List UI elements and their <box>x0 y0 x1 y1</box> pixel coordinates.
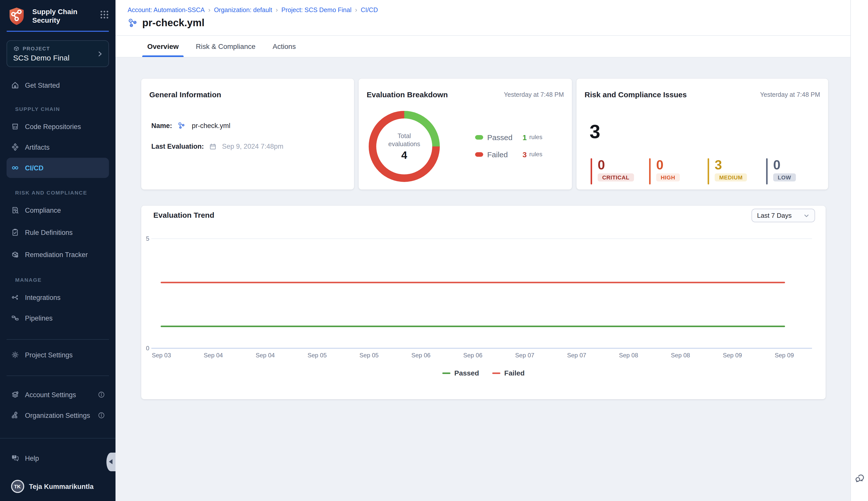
integrations-icon <box>11 294 19 301</box>
y-tick-label: 5 <box>146 235 149 242</box>
page-header: Account: Automation-SSCA › Organization:… <box>115 0 850 36</box>
x-tick-label: Sep 05 <box>307 352 326 359</box>
section-supply-chain: SUPPLY CHAIN <box>0 105 115 113</box>
x-tick-label: Sep 04 <box>204 352 223 359</box>
last-evaluation-value: Sep 9, 2024 7:48pm <box>222 143 283 150</box>
x-tick-label: Sep 06 <box>411 352 430 359</box>
legend-value: 3 <box>523 150 527 159</box>
evaluation-trend-card: Evaluation Trend Last 7 Days 05Sep 03Sep… <box>141 206 826 399</box>
card-timestamp: Yesterday at 7:48 PM <box>760 91 820 98</box>
avatar: TK <box>11 480 24 493</box>
failed-line-icon <box>492 372 500 374</box>
breadcrumb-project[interactable]: Project: SCS Demo Final <box>281 6 352 13</box>
severity-high: 0HIGH <box>649 158 708 184</box>
passed-line-icon <box>442 372 450 374</box>
main-area: Account: Automation-SSCA › Organization:… <box>115 0 850 501</box>
project-name: SCS Demo Final <box>13 53 96 62</box>
x-tick-label: Sep 05 <box>359 352 378 359</box>
tab-actions[interactable]: Actions <box>268 36 301 57</box>
legend-unit: rules <box>529 151 542 158</box>
card-timestamp: Yesterday at 7:48 PM <box>504 91 564 98</box>
rule-definitions-icon <box>11 228 19 236</box>
sidebar-item-remediation-tracker[interactable]: Remediation Tracker <box>7 244 109 265</box>
pipeline-file-icon <box>128 18 139 29</box>
sidebar-item-label: Integrations <box>25 294 61 301</box>
legend-value: 1 <box>523 133 527 141</box>
trend-title: Evaluation Trend <box>153 211 215 219</box>
sidebar-footer: ? Help TK Teja Kummarikuntla <box>0 438 115 501</box>
user-menu[interactable]: TK Teja Kummarikuntla <box>7 476 109 497</box>
x-tick-label: Sep 09 <box>775 352 794 359</box>
breadcrumb-cicd[interactable]: CI/CD <box>360 6 378 13</box>
sidebar-divider <box>7 375 109 376</box>
info-icon[interactable] <box>97 412 105 419</box>
home-icon <box>11 81 19 89</box>
sidebar-item-integrations[interactable]: Integrations <box>7 287 109 308</box>
severity-bar <box>708 158 709 184</box>
trend-legend-passed: Passed <box>442 369 479 377</box>
brand-title: Supply Chain Security <box>32 8 100 25</box>
breadcrumb-separator-icon: › <box>355 6 357 14</box>
app-grid-icon[interactable] <box>100 10 109 19</box>
sidebar-item-label: Compliance <box>25 206 61 214</box>
support-chat-icon[interactable] <box>854 472 866 486</box>
severity-count: 3 <box>715 158 747 171</box>
risk-compliance-issues-card: Risk and Compliance Issues Yesterday at … <box>576 79 828 190</box>
date-range-select[interactable]: Last 7 Days <box>752 209 815 222</box>
sidebar-item-label: Artifacts <box>25 143 50 151</box>
x-tick-label: Sep 08 <box>671 352 690 359</box>
sidebar-item-rule-definitions[interactable]: Rule Definitions <box>7 222 109 243</box>
sidebar-item-account-settings[interactable]: Account Settings <box>7 385 109 405</box>
sidebar-item-compliance[interactable]: Compliance <box>7 200 109 220</box>
x-tick-label: Sep 04 <box>256 352 275 359</box>
organization-settings-icon <box>11 411 19 419</box>
help-label: Help <box>25 455 39 462</box>
sidebar-item-organization-settings[interactable]: Organization Settings <box>7 405 109 425</box>
legend-label: Passed <box>487 133 523 141</box>
sidebar-item-artifacts[interactable]: Artifacts <box>7 137 109 157</box>
sidebar-item-label: Project Settings <box>25 351 73 359</box>
severity-row: 0CRITICAL 0HIGH 3MEDIUM 0LOW <box>590 158 825 184</box>
card-title: Evaluation Breakdown <box>367 90 448 99</box>
app-root: Supply Chain Security PROJECT SCS Demo F… <box>0 0 868 501</box>
info-icon[interactable] <box>97 391 105 398</box>
date-range-value: Last 7 Days <box>757 212 792 219</box>
tab-overview[interactable]: Overview <box>142 36 184 57</box>
name-label: Name: <box>151 122 172 129</box>
breadcrumb-account[interactable]: Account: Automation-SSCA <box>128 6 205 13</box>
sidebar-item-cicd[interactable]: CI/CD <box>7 158 109 178</box>
collapse-arrow-icon <box>109 459 113 464</box>
card-title: General Information <box>149 90 221 99</box>
compliance-doc-icon <box>11 206 19 214</box>
severity-bar <box>590 158 592 184</box>
x-tick-label: Sep 07 <box>515 352 534 359</box>
sidebar-item-project-settings[interactable]: Project Settings <box>7 345 109 365</box>
help-button[interactable]: ? Help <box>7 448 109 468</box>
sidebar-item-get-started[interactable]: Get Started <box>7 75 109 95</box>
x-tick-label: Sep 09 <box>723 352 742 359</box>
project-selector[interactable]: PROJECT SCS Demo Final <box>7 40 109 67</box>
total-issues-value: 3 <box>589 121 600 143</box>
breadcrumb-separator-icon: › <box>208 6 211 14</box>
breadcrumb-organization[interactable]: Organization: default <box>214 6 272 13</box>
severity-badge: HIGH <box>656 173 680 181</box>
sidebar-item-pipelines[interactable]: Pipelines <box>7 308 109 328</box>
passed-pill-icon <box>475 135 483 139</box>
cube-icon <box>13 45 20 52</box>
sidebar: Supply Chain Security PROJECT SCS Demo F… <box>0 0 115 501</box>
general-information-card: General Information Name: pr-check.yml L… <box>141 79 354 190</box>
tab-risk-compliance[interactable]: Risk & Compliance <box>191 36 261 57</box>
last-evaluation-row: Last Evaluation: Sep 9, 2024 7:48pm <box>151 143 283 150</box>
chevron-right-icon <box>96 50 103 57</box>
severity-bar <box>649 158 651 184</box>
x-tick-label: Sep 03 <box>152 352 171 359</box>
sidebar-collapse-handle[interactable] <box>106 452 115 471</box>
sidebar-divider <box>7 339 109 340</box>
code-repo-icon <box>11 122 19 130</box>
calendar-icon <box>210 143 217 150</box>
sidebar-item-code-repositories[interactable]: Code Repositories <box>7 116 109 137</box>
supply-chain-security-logo-icon <box>7 6 27 26</box>
page-title: pr-check.yml <box>142 17 205 29</box>
legend-label: Failed <box>487 150 523 159</box>
sidebar-item-label: Account Settings <box>25 391 76 398</box>
